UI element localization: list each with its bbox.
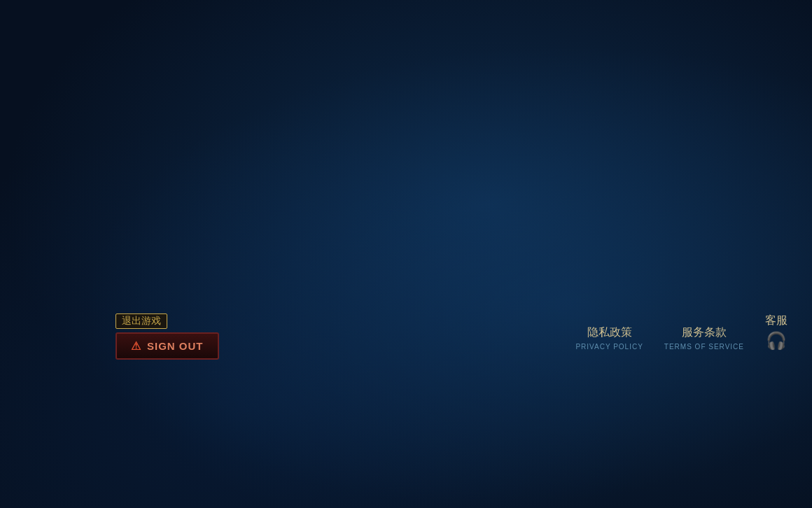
- support-link[interactable]: 客服 🎧: [765, 313, 788, 351]
- terms-of-service-link[interactable]: 服务条款 TERMS OF SERVICE: [664, 325, 744, 351]
- terms-cn: 服务条款: [682, 325, 727, 340]
- policy-section: 隐私政策 PRIVACY POLICY 服务条款 TERMS OF SERVIC…: [575, 313, 788, 351]
- signout-cn-label: 退出游戏: [115, 313, 167, 329]
- privacy-cn: 隐私政策: [587, 325, 632, 340]
- signout-button[interactable]: ⚠ SIGN OUT: [115, 332, 219, 360]
- signout-label: SIGN OUT: [147, 340, 204, 352]
- terms-en: TERMS OF SERVICE: [664, 343, 744, 351]
- privacy-policy-link[interactable]: 隐私政策 PRIVACY POLICY: [575, 325, 643, 351]
- support-cn: 客服: [765, 313, 788, 328]
- warn-icon: ⚠: [131, 339, 141, 353]
- signout-section: 退出游戏 ⚠ SIGN OUT: [115, 313, 219, 360]
- support-icon: 🎧: [766, 331, 787, 351]
- privacy-en: PRIVACY POLICY: [575, 343, 643, 351]
